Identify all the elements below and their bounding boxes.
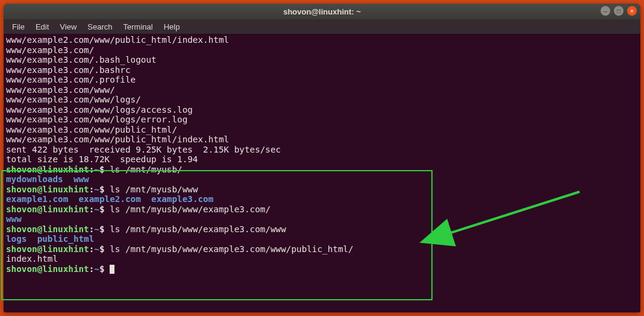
prompt-user: shovon@linuxhint [6, 244, 89, 254]
command-text: ls /mnt/myusb/www/example3.com/www [110, 224, 286, 234]
dir-entry: www [73, 174, 89, 184]
menu-search[interactable]: Search [83, 21, 117, 33]
prompt-user: shovon@linuxhint [6, 165, 89, 174]
menu-view[interactable]: View [55, 21, 81, 33]
prompt-line: shovon@linuxhint:~$ ls /mnt/myusb/www/ex… [6, 244, 638, 254]
prompt-path: ~ [94, 165, 99, 174]
prompt-path: ~ [94, 244, 99, 254]
command-text: ls /mnt/myusb/www [110, 185, 198, 194]
output-line: www/example3.com/www/logs/ [6, 95, 638, 105]
output-line: sent 422 bytes received 9.25K bytes 2.15… [6, 145, 638, 155]
menubar: File Edit View Search Terminal Help [4, 19, 640, 34]
prompt-user: shovon@linuxhint [6, 204, 89, 214]
dir-entry: www [6, 214, 22, 224]
output-line: www/example3.com/www/logs/error.log [6, 115, 638, 125]
prompt-path: ~ [94, 204, 99, 214]
prompt-line: shovon@linuxhint:~$ ls /mnt/myusb/www [6, 185, 638, 195]
output-line: www [6, 214, 638, 224]
command-text: ls /mnt/myusb/ [110, 165, 183, 174]
cursor [110, 265, 114, 274]
minimize-button[interactable]: – [601, 6, 610, 16]
dir-entry: public_html [37, 234, 95, 244]
output-line: total size is 18.72K speedup is 1.94 [6, 154, 638, 165]
prompt-path: ~ [94, 264, 99, 274]
maximize-button[interactable]: □ [614, 6, 624, 16]
output-line: www/example3.com/www/ [6, 85, 638, 95]
prompt-user: shovon@linuxhint [6, 224, 89, 234]
file-entry: index.html [6, 254, 58, 264]
dir-entry: example3.com [151, 194, 213, 204]
menu-terminal[interactable]: Terminal [119, 21, 158, 33]
titlebar: shovon@linuxhint: ~ – □ × [4, 4, 640, 19]
terminal-viewport[interactable]: www/example2.com/www/public_html/index.h… [4, 34, 640, 312]
output-line: www/example3.com/ [6, 45, 638, 55]
output-line: logs public_html [6, 234, 638, 244]
dir-entry: mydownloads [6, 174, 63, 184]
window-title: shovon@linuxhint: ~ [4, 7, 640, 16]
prompt-line: shovon@linuxhint:~$ ls /mnt/myusb/ [6, 165, 638, 175]
output-line: www/example3.com/.bashrc [6, 65, 638, 75]
menu-edit[interactable]: Edit [31, 21, 54, 33]
output-line: www/example3.com/www/public_html/ [6, 125, 638, 135]
prompt-line[interactable]: shovon@linuxhint:~$ [6, 264, 638, 274]
output-line: www/example3.com/www/logs/access.log [6, 105, 638, 115]
command-text: ls /mnt/myusb/www/example3.com/ [110, 204, 270, 214]
dir-entry: example1.com [6, 194, 68, 204]
dir-entry: logs [6, 234, 27, 244]
prompt-line: shovon@linuxhint:~$ ls /mnt/myusb/www/ex… [6, 204, 638, 215]
output-line: www/example3.com/.profile [6, 75, 638, 85]
output-line: mydownloads www [6, 174, 638, 185]
output-line: index.html [6, 254, 638, 264]
output-line: www/example3.com/www/public_html/index.h… [6, 134, 638, 145]
terminal-window: shovon@linuxhint: ~ – □ × File Edit View… [4, 4, 640, 312]
window-controls: – □ × [601, 6, 637, 16]
menu-file[interactable]: File [7, 21, 30, 33]
close-button[interactable]: × [627, 6, 637, 16]
output-line: www/example2.com/www/public_html/index.h… [6, 35, 638, 45]
prompt-line: shovon@linuxhint:~$ ls /mnt/myusb/www/ex… [6, 224, 638, 235]
output-line: www/example3.com/.bash_logout [6, 55, 638, 65]
prompt-user: shovon@linuxhint [6, 185, 89, 194]
prompt-path: ~ [94, 224, 99, 234]
command-text: ls /mnt/myusb/www/example3.com/www/publi… [110, 244, 354, 254]
output-line: example1.com example2.com example3.com [6, 194, 638, 204]
prompt-path: ~ [94, 185, 99, 194]
menu-help[interactable]: Help [159, 21, 185, 33]
dir-entry: example2.com [79, 194, 141, 204]
prompt-user: shovon@linuxhint [6, 264, 89, 274]
